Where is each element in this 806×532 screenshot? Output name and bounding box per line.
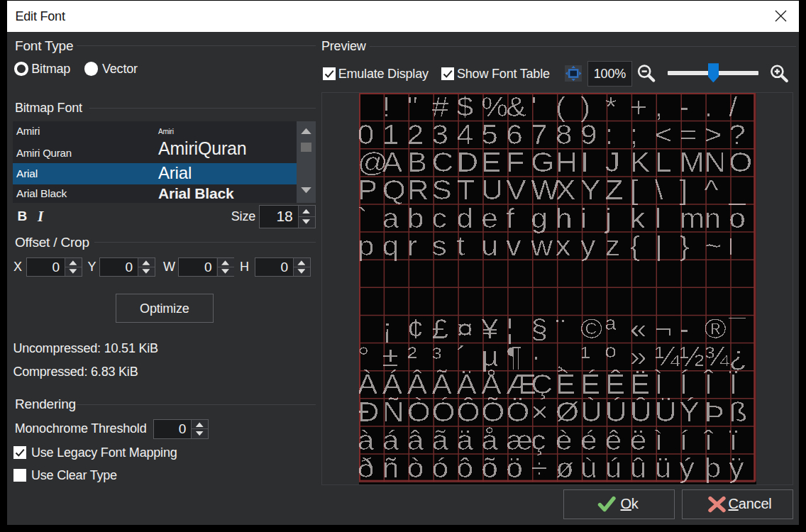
svg-text:PQRSTUVWXYZ[\]^_: PQRSTUVWXYZ[\]^_ (359, 175, 746, 206)
svg-text:¡¢£¤¥¦§¨©ª«¬-®¯: ¡¢£¤¥¦§¨©ª«¬-®¯ (382, 314, 746, 345)
svg-text:`abcdefghijklmno: `abcdefghijklmno (359, 203, 746, 233)
svg-text:ðñòóôõö÷øùúûüýþÿ: ðñòóôõö÷øùúûüýþÿ (359, 453, 744, 483)
svg-text:!"#$%&'()*+,-./: !"#$%&'()*+,-./ (382, 93, 737, 123)
svg-text:°±²³´µ¶·¸¹º»¼½¾¿: °±²³´µ¶·¸¹º»¼½¾¿ (359, 342, 747, 372)
svg-text:àáâãäåæçèéêëìíîï: àáâãäåæçèéêëìíîï (359, 425, 738, 455)
svg-text:@ABCDEFGHIJKLMNO: @ABCDEFGHIJKLMNO (359, 148, 752, 178)
svg-text:ÀÁÂÃÄÅÆÇÈÉÊËÌÍÎÏ: ÀÁÂÃÄÅÆÇÈÉÊËÌÍÎÏ (359, 370, 738, 400)
svg-text:0123456789:;<=>?: 0123456789:;<=>? (359, 120, 746, 150)
svg-text:pqrstuvwxyz{|}~: pqrstuvwxyz{|}~ (359, 231, 722, 261)
svg-text:ÐÑÒÓÔÕÖ×ØÙÚÛÜÝÞß: ÐÑÒÓÔÕÖ×ØÙÚÛÜÝÞß (359, 397, 747, 428)
